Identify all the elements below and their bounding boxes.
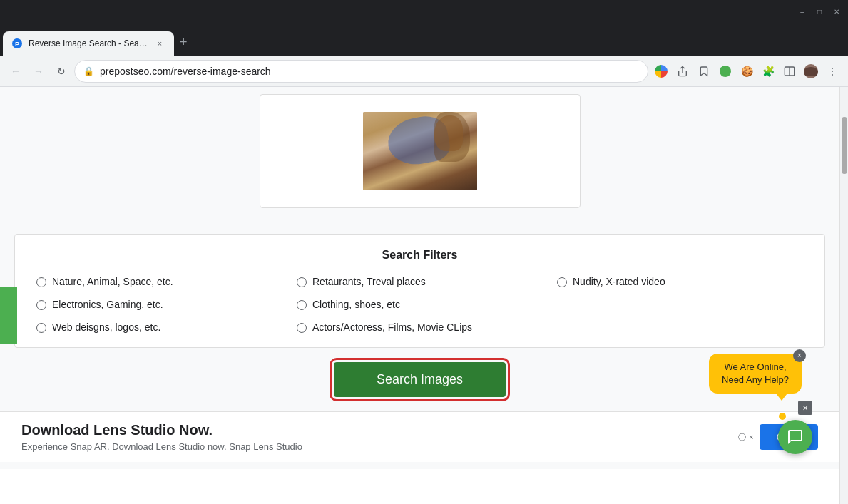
filter-label-actors: Actors/Actoress, Films, Movie CLips [312,322,472,333]
ad-icons: ⓘ × [738,432,753,443]
tab-bar: P Reverse Image Search - Search B × + [0,27,848,56]
filter-radio-nudity[interactable] [557,277,567,287]
ad-info-icon[interactable]: ⓘ [738,432,746,443]
ad-close-icon[interactable]: × [749,433,753,441]
ad-banner: Download Lens Studio Now. Experience Sna… [0,411,839,462]
filter-label-nature: Nature, Animal, Space, etc. [52,276,173,287]
filter-label-clothing: Clothing, shoes, etc [312,299,400,310]
image-preview-area [260,94,581,208]
extension-icon[interactable] [715,61,735,81]
toolbar-icons: 🍪 🧩 ⋮ [651,61,842,81]
active-tab[interactable]: P Reverse Image Search - Search B × [3,31,174,56]
filter-electronics[interactable]: Electronics, Gaming, etc. [36,299,282,310]
filter-label-nudity: Nudity, X-rated video [573,276,665,287]
address-bar-row: ← → ↻ 🔒 prepostseo.com/reverse-image-sea… [0,56,848,87]
chat-indicator-dot [779,413,786,420]
search-filters-box: Search Filters Nature, Animal, Space, et… [14,234,825,348]
filter-radio-actors[interactable] [297,323,307,333]
chat-bubble: × We Are Online, Need Any Help? [709,354,802,394]
bookmark-icon[interactable] [694,61,714,81]
filter-empty [557,299,803,310]
search-images-button[interactable]: Search Images [334,362,506,397]
filter-radio-electronics[interactable] [36,300,46,310]
chat-message: We Are Online, Need Any Help? [722,361,789,385]
lock-icon: 🔒 [83,66,94,76]
filters-grid: Nature, Animal, Space, etc. Retaurants, … [36,276,803,333]
side-tab[interactable] [0,287,17,344]
filter-radio-restaurants[interactable] [297,277,307,287]
filter-nature[interactable]: Nature, Animal, Space, etc. [36,276,282,287]
minimize-window-btn[interactable]: – [797,6,808,17]
filter-actors[interactable]: Actors/Actoress, Films, Movie CLips [297,322,803,333]
maximize-window-btn[interactable]: □ [814,6,825,17]
filter-clothing[interactable]: Clothing, shoes, etc [297,299,543,310]
address-bar[interactable]: 🔒 prepostseo.com/reverse-image-search [74,60,648,83]
filter-label-restaurants: Retaurants, Treval places [312,276,426,287]
chat-close-btn[interactable]: × [793,349,806,362]
reload-button[interactable]: ↻ [51,61,71,81]
tab-favicon: P [11,38,23,49]
scrollbar-track[interactable] [839,87,848,504]
close-window-btn[interactable]: ✕ [831,6,842,17]
tab-close-btn[interactable]: × [154,38,165,49]
filter-radio-nature[interactable] [36,277,46,287]
svg-text:P: P [15,41,19,48]
scrollbar-thumb[interactable] [842,117,847,174]
split-view-icon[interactable] [780,61,800,81]
page-area: Search Filters Nature, Animal, Space, et… [0,87,839,504]
ad-subtitle: Experience Snap AR. Download Lens Studio… [21,441,302,452]
title-bar: ✕ □ – [0,0,848,27]
filter-label-webdesigns: Web deisgns, logos, etc. [52,322,160,333]
back-button[interactable]: ← [6,61,26,81]
filters-title: Search Filters [36,249,803,262]
share-icon[interactable] [673,61,693,81]
url-text: prepostseo.com/reverse-image-search [100,66,271,77]
chat-dismiss-btn[interactable]: ✕ [798,401,812,415]
filter-radio-clothing[interactable] [297,300,307,310]
browser-content: Search Filters Nature, Animal, Space, et… [0,87,848,504]
extensions-icon[interactable]: 🧩 [758,61,778,81]
filter-webdesigns[interactable]: Web deisgns, logos, etc. [36,322,282,333]
filter-label-electronics: Electronics, Gaming, etc. [52,299,163,310]
cookie-icon[interactable]: 🍪 [737,61,757,81]
chat-open-button[interactable] [778,420,812,454]
google-icon[interactable] [651,61,671,81]
uploaded-image-preview [363,112,477,190]
ad-text-area: Download Lens Studio Now. Experience Sna… [21,422,302,452]
filter-restaurants[interactable]: Retaurants, Treval places [297,276,543,287]
profile-icon[interactable] [801,61,821,81]
tab-title: Reverse Image Search - Search B [29,38,148,48]
forward-button[interactable]: → [29,61,48,81]
new-tab-button[interactable]: + [174,35,193,56]
ad-title: Download Lens Studio Now. [21,422,302,438]
chrome-menu-icon[interactable]: ⋮ [822,61,842,81]
filter-radio-webdesigns[interactable] [36,323,46,333]
filter-nudity[interactable]: Nudity, X-rated video [557,276,803,287]
